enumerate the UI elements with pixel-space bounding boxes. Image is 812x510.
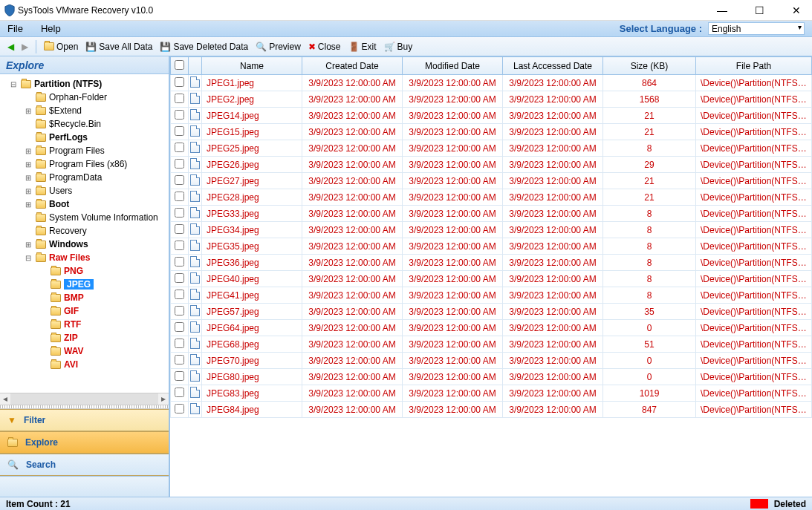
row-checkbox[interactable] <box>175 388 184 397</box>
row-checkbox[interactable] <box>175 355 184 364</box>
nav-back-button[interactable]: ◀ <box>4 40 17 53</box>
col-path[interactable]: File Path <box>696 57 812 75</box>
row-checkbox[interactable] <box>175 257 184 267</box>
tree-node[interactable]: Orphan-Folder <box>1 91 167 104</box>
table-row[interactable]: JPEG14.jpeg3/9/2023 12:00:00 AM3/9/2023 … <box>171 108 812 124</box>
expand-toggle[interactable]: ⊞ <box>24 241 33 249</box>
menu-file[interactable]: File <box>7 23 23 34</box>
nav-forward-button[interactable]: ▶ <box>19 40 31 53</box>
row-checkbox[interactable] <box>175 306 184 316</box>
row-checkbox[interactable] <box>175 404 184 413</box>
table-row[interactable]: JPEG57.jpeg3/9/2023 12:00:00 AM3/9/2023 … <box>171 304 812 320</box>
table-row[interactable]: JPEG36.jpeg3/9/2023 12:00:00 AM3/9/2023 … <box>171 255 812 271</box>
nav-explore[interactable]: Explore <box>0 431 169 454</box>
tree-node[interactable]: GIF <box>1 304 167 318</box>
table-row[interactable]: JPEG26.jpeg3/9/2023 12:00:00 AM3/9/2023 … <box>171 157 812 173</box>
tree-node[interactable]: ZIP <box>1 331 167 344</box>
table-row[interactable]: JPEG41.jpeg3/9/2023 12:00:00 AM3/9/2023 … <box>171 287 812 304</box>
expand-toggle[interactable]: ⊞ <box>24 200 33 209</box>
tree-node[interactable]: ⊞Windows <box>1 238 167 251</box>
row-checkbox[interactable] <box>175 126 184 136</box>
table-row[interactable]: JPEG33.jpeg3/9/2023 12:00:00 AM3/9/2023 … <box>171 206 812 222</box>
expand-toggle[interactable]: ⊞ <box>24 160 33 169</box>
tree-node[interactable]: JPEG <box>1 278 167 291</box>
row-checkbox[interactable] <box>175 322 184 332</box>
expand-toggle[interactable]: ⊞ <box>24 174 33 182</box>
row-checkbox[interactable] <box>175 208 184 218</box>
tree-node[interactable]: ⊞Users <box>1 184 167 197</box>
row-checkbox[interactable] <box>175 241 184 250</box>
row-checkbox[interactable] <box>175 290 184 299</box>
table-row[interactable]: JPEG25.jpeg3/9/2023 12:00:00 AM3/9/2023 … <box>171 140 812 157</box>
tree-node[interactable]: PerfLogs <box>1 131 167 144</box>
row-checkbox[interactable] <box>175 339 184 348</box>
nav-filter[interactable]: ▼ Filter <box>0 409 169 431</box>
tree-node[interactable]: ⊟Partition (NTFS) <box>1 77 167 91</box>
folder-tree[interactable]: ⊟Partition (NTFS)Orphan-Folder⊞$Extend$R… <box>0 74 169 393</box>
save-deleted-button[interactable]: 💾Save Deleted Data <box>157 40 251 53</box>
row-checkbox[interactable] <box>175 77 184 87</box>
tree-node[interactable]: PNG <box>1 264 167 278</box>
tree-node[interactable]: $Recycle.Bin <box>1 117 167 131</box>
row-checkbox[interactable] <box>175 159 184 169</box>
tree-node[interactable]: Recovery <box>1 224 167 238</box>
buy-button[interactable]: 🛒Buy <box>381 40 416 53</box>
tree-node[interactable]: ⊞$Extend <box>1 104 167 117</box>
table-row[interactable]: JPEG40.jpeg3/9/2023 12:00:00 AM3/9/2023 … <box>171 271 812 287</box>
row-checkbox[interactable] <box>175 192 184 201</box>
preview-button[interactable]: 🔍Preview <box>253 40 304 53</box>
table-row[interactable]: JPEG27.jpeg3/9/2023 12:00:00 AM3/9/2023 … <box>171 173 812 189</box>
tree-node[interactable]: ⊞Boot <box>1 197 167 211</box>
nav-search[interactable]: 🔍 Search <box>0 454 169 476</box>
row-checkbox[interactable] <box>175 94 184 103</box>
minimize-button[interactable]: — <box>711 4 733 16</box>
table-row[interactable]: JPEG2.jpeg3/9/2023 12:00:00 AM3/9/2023 1… <box>171 91 812 108</box>
tree-node[interactable]: ⊞ProgramData <box>1 171 167 184</box>
exit-button[interactable]: 🚪Exit <box>345 40 380 53</box>
col-icon[interactable] <box>189 57 202 75</box>
close-window-button[interactable]: ✕ <box>785 4 808 16</box>
table-row[interactable]: JPEG15.jpeg3/9/2023 12:00:00 AM3/9/2023 … <box>171 124 812 140</box>
tree-node[interactable]: ⊟Raw Files <box>1 251 167 264</box>
table-row[interactable]: JPEG80.jpeg3/9/2023 12:00:00 AM3/9/2023 … <box>171 369 812 385</box>
tree-hscroll[interactable]: ◂ ▸ <box>0 393 169 405</box>
row-checkbox[interactable] <box>175 110 184 120</box>
col-checkbox[interactable] <box>171 57 189 75</box>
language-select[interactable]: English <box>708 22 805 35</box>
expand-toggle[interactable]: ⊟ <box>24 254 33 262</box>
tree-node[interactable]: ⊞Program Files (x86) <box>1 157 167 171</box>
table-row[interactable]: JPEG1.jpeg3/9/2023 12:00:00 AM3/9/2023 1… <box>171 75 812 91</box>
row-checkbox[interactable] <box>175 273 184 283</box>
save-all-button[interactable]: 💾Save All Data <box>82 40 155 53</box>
tree-node[interactable]: WAV <box>1 344 167 358</box>
tree-node[interactable]: System Volume Information <box>1 211 167 224</box>
table-row[interactable]: JPEG34.jpeg3/9/2023 12:00:00 AM3/9/2023 … <box>171 222 812 238</box>
row-checkbox[interactable] <box>175 371 184 381</box>
open-button[interactable]: Open <box>41 40 81 53</box>
row-checkbox[interactable] <box>175 175 184 185</box>
menu-help[interactable]: Help <box>41 23 61 34</box>
col-created[interactable]: Created Date <box>302 57 403 75</box>
expand-toggle[interactable]: ⊞ <box>24 147 33 155</box>
row-checkbox[interactable] <box>175 143 184 152</box>
table-row[interactable]: JPEG28.jpeg3/9/2023 12:00:00 AM3/9/2023 … <box>171 189 812 206</box>
table-row[interactable]: JPEG84.jpeg3/9/2023 12:00:00 AM3/9/2023 … <box>171 402 812 418</box>
maximize-button[interactable]: ☐ <box>748 4 770 16</box>
tree-node[interactable]: BMP <box>1 291 167 304</box>
tree-node[interactable]: AVI <box>1 358 167 371</box>
table-row[interactable]: JPEG68.jpeg3/9/2023 12:00:00 AM3/9/2023 … <box>171 336 812 353</box>
table-row[interactable]: JPEG64.jpeg3/9/2023 12:00:00 AM3/9/2023 … <box>171 320 812 336</box>
col-accessed[interactable]: Last Accessed Date <box>503 57 603 75</box>
expand-toggle[interactable]: ⊞ <box>24 107 33 115</box>
col-modified[interactable]: Modified Date <box>403 57 503 75</box>
tree-node[interactable]: ⊞Program Files <box>1 144 167 157</box>
expand-toggle[interactable]: ⊟ <box>9 80 18 88</box>
table-row[interactable]: JPEG70.jpeg3/9/2023 12:00:00 AM3/9/2023 … <box>171 353 812 369</box>
col-name[interactable]: Name <box>202 57 302 75</box>
row-checkbox[interactable] <box>175 224 184 234</box>
select-all-checkbox[interactable] <box>175 60 184 70</box>
expand-toggle[interactable]: ⊞ <box>24 187 33 195</box>
col-size[interactable]: Size (KB) <box>603 57 696 75</box>
tree-node[interactable]: RTF <box>1 318 167 331</box>
table-row[interactable]: JPEG35.jpeg3/9/2023 12:00:00 AM3/9/2023 … <box>171 238 812 255</box>
